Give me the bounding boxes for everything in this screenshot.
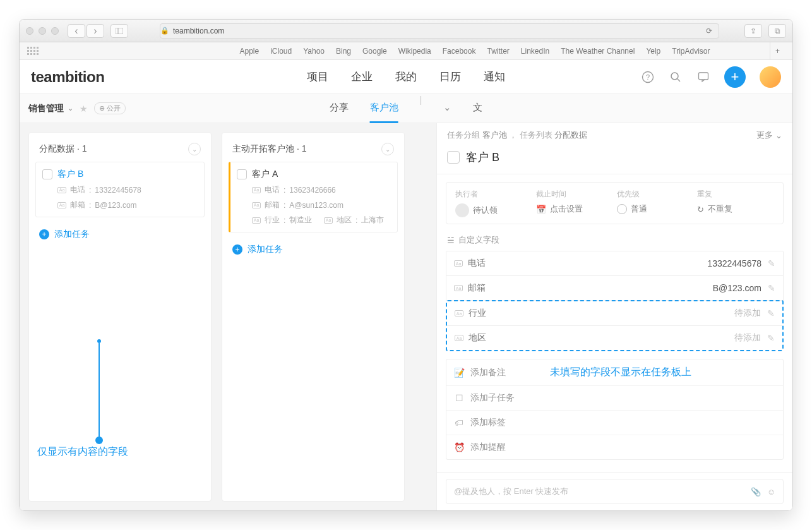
detail-title: 客户 B [466, 150, 499, 165]
task-card[interactable]: 客户 A Aa电话: 13623426666 Aa邮箱: A@sun123.co… [229, 162, 398, 232]
executor-field[interactable]: 执行者 待认领 [455, 189, 532, 217]
lock-icon: 🔒 [160, 27, 169, 35]
annotation-text: 未填写的字段不显示在任务板上 [550, 366, 691, 379]
fav-link[interactable]: LinkedIn [521, 47, 549, 56]
fav-link[interactable]: Bing [336, 47, 351, 56]
list-icon: ☱ [447, 236, 455, 245]
custom-field-phone[interactable]: Aa电话 13322445678 ✎ [446, 251, 784, 276]
create-button[interactable]: + [724, 66, 746, 88]
column-prospecting: 主动开拓客户池 · 1 ⌄ 客户 A Aa电话: 13623426666 Aa邮… [222, 132, 405, 502]
maximize-dot[interactable] [51, 27, 59, 35]
tabs-button[interactable]: ⧉ [768, 24, 786, 38]
fav-link[interactable]: Facebook [443, 47, 476, 56]
add-task-button[interactable]: + 添加任务 [229, 239, 398, 260]
search-icon[interactable] [669, 70, 683, 84]
fav-link[interactable]: The Weather Channel [561, 47, 635, 56]
calendar-icon: 📅 [536, 205, 546, 214]
add-tag-button[interactable]: 🏷添加标签 [446, 411, 783, 435]
browser-titlebar: ‹ › 🔒 teambition.com ⟳ ⇪ ⧉ [20, 20, 792, 42]
reload-icon[interactable]: ⟳ [706, 27, 712, 35]
nav-enterprise[interactable]: 企业 [351, 69, 373, 84]
edit-icon[interactable]: ✎ [767, 308, 775, 318]
column-title: 分配数据 · 1 [39, 143, 87, 155]
nav-projects[interactable]: 项目 [307, 69, 328, 84]
share-button[interactable]: ⇪ [744, 24, 762, 38]
comment-composer: @提及他人，按 Enter 快速发布 📎 ☺ [437, 472, 792, 510]
add-task-button[interactable]: + 添加任务 [35, 224, 205, 245]
fav-link[interactable]: Yelp [646, 47, 660, 56]
add-subtask-button[interactable]: ☐添加子任务 [446, 386, 783, 411]
column-title: 主动开拓客户池 · 1 [232, 143, 306, 155]
kanban-board: 分配数据 · 1 ⌄ 客户 B Aa电话: 13322445678 Aa邮箱: … [20, 123, 436, 510]
nav-notifications[interactable]: 通知 [484, 69, 505, 84]
visibility-badge[interactable]: ⊕公开 [94, 102, 126, 114]
user-avatar[interactable] [760, 66, 781, 88]
chevron-down-icon: ⌄ [68, 104, 73, 112]
task-complete-checkbox[interactable] [447, 151, 460, 164]
custom-field-industry[interactable]: Aa行业 待添加 ✎ [447, 301, 782, 326]
fav-link[interactable]: Yahoo [303, 47, 325, 56]
priority-icon [617, 204, 627, 214]
add-reminder-button[interactable]: ⏰添加提醒 [446, 435, 783, 459]
priority-field[interactable]: 优先级 普通 [617, 189, 694, 217]
tab-file[interactable]: 文 [473, 94, 482, 123]
repeat-icon: ↻ [697, 205, 704, 214]
column-menu-icon[interactable]: ⌄ [381, 143, 394, 155]
fav-link[interactable]: Apple [239, 47, 259, 56]
task-card[interactable]: 客户 B Aa电话: 13322445678 Aa邮箱: B@123.com [35, 162, 205, 217]
svg-rect-6 [699, 73, 708, 80]
fav-link[interactable]: Wikipedia [398, 47, 431, 56]
note-icon: 📝 [454, 368, 464, 378]
fav-link[interactable]: Google [362, 47, 387, 56]
app-header: teambition 项目 企业 我的 日历 通知 ? + [20, 60, 792, 94]
task-checkbox[interactable] [42, 169, 52, 179]
annotation-text: 仅显示有内容的字段 [37, 445, 128, 459]
nav-calendar[interactable]: 日历 [439, 69, 461, 84]
edit-icon[interactable]: ✎ [768, 258, 775, 268]
url-bar[interactable]: 🔒 teambition.com ⟳ [160, 23, 719, 39]
task-detail-panel: 任务分组 客户池 ， 任务列表 分配数据 更多 ⌄ 客户 B 执行者 [436, 123, 792, 510]
edit-icon[interactable]: ✎ [768, 283, 775, 293]
fav-link[interactable]: TripAdvisor [672, 47, 710, 56]
field-icon: Aa [252, 187, 261, 193]
field-icon: Aa [324, 217, 333, 224]
breadcrumb[interactable]: 销售管理 ⌄ [28, 103, 73, 114]
tag-icon: 🏷 [454, 418, 464, 428]
nav-mine[interactable]: 我的 [395, 69, 417, 84]
back-button[interactable]: ‹ [68, 24, 85, 38]
field-icon: Aa [57, 187, 66, 193]
custom-field-email[interactable]: Aa邮箱 B@123.com ✎ [446, 276, 784, 301]
minimize-dot[interactable] [39, 27, 46, 35]
favorites-grid-icon[interactable] [27, 47, 42, 55]
more-menu[interactable]: 更多 ⌄ [756, 129, 782, 141]
comment-input[interactable]: @提及他人，按 Enter 快速发布 📎 ☺ [446, 479, 784, 504]
chat-icon[interactable] [696, 70, 710, 84]
top-nav: 项目 企业 我的 日历 通知 [307, 69, 505, 84]
tab-pool[interactable]: 客户池 [370, 94, 398, 123]
subtask-icon: ☐ [454, 393, 464, 403]
help-icon[interactable]: ? [641, 70, 655, 84]
forward-button[interactable]: › [87, 24, 104, 38]
fav-link[interactable]: iCloud [270, 47, 292, 56]
traffic-lights [26, 27, 59, 35]
task-title: 客户 B [57, 169, 83, 180]
emoji-icon[interactable]: ☺ [767, 487, 775, 497]
field-icon: Aa [57, 202, 66, 208]
tab-share[interactable]: 分享 [330, 94, 349, 123]
repeat-field[interactable]: 重复 ↻不重复 [697, 189, 774, 217]
chevron-down-icon: ⌄ [775, 131, 782, 140]
project-subheader: 销售管理 ⌄ ★ ⊕公开 分享 客户池 | ⌄ 文 [20, 94, 792, 123]
custom-field-region[interactable]: Aa地区 待添加 ✎ [447, 326, 782, 350]
sidebar-toggle[interactable] [110, 24, 128, 38]
tab-dropdown[interactable]: ⌄ [443, 94, 451, 123]
column-menu-icon[interactable]: ⌄ [188, 143, 201, 155]
due-field[interactable]: 截止时间 📅点击设置 [536, 189, 613, 217]
close-dot[interactable] [26, 27, 33, 35]
attach-icon[interactable]: 📎 [751, 487, 761, 497]
new-tab-button[interactable]: + [770, 42, 785, 59]
task-checkbox[interactable] [237, 169, 247, 179]
add-note-button[interactable]: 📝添加备注 未填写的字段不显示在任务板上 [446, 359, 783, 386]
edit-icon[interactable]: ✎ [767, 333, 775, 343]
fav-link[interactable]: Twitter [487, 47, 509, 56]
star-icon[interactable]: ★ [80, 104, 88, 114]
